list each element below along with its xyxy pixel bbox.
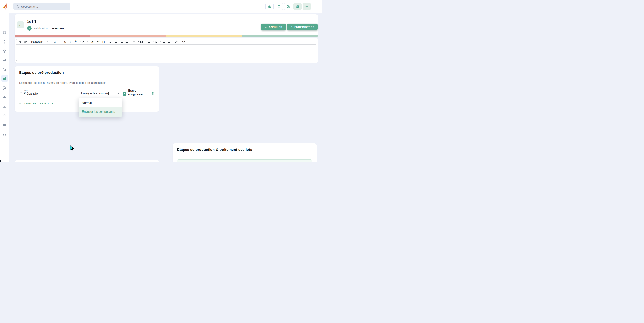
sidebar-item-contacts[interactable]	[2, 40, 7, 44]
integrations-puzzle-icon	[2, 133, 7, 137]
save-button[interactable]: ✓ENREGISTRER	[287, 24, 318, 30]
underline-button[interactable]: U	[63, 40, 68, 44]
code-view-button[interactable]: <>	[182, 40, 186, 44]
align-center-icon[interactable]	[114, 40, 118, 44]
cancel-button[interactable]: ←ANNULER	[261, 24, 286, 30]
strip-segment-salmon	[90, 35, 166, 37]
launch-rocket-icon	[2, 58, 7, 62]
status-color-strip	[14, 35, 318, 37]
subscript-button[interactable]: X2	[96, 40, 100, 44]
mandatory-label: Étape obligatoire	[128, 89, 151, 96]
numbered-list-icon[interactable]	[154, 40, 158, 44]
table-icon[interactable]	[132, 40, 136, 44]
trash-icon[interactable]	[151, 92, 155, 96]
sidebar-item-logistics[interactable]	[2, 86, 7, 90]
text-color-button[interactable]: A	[74, 40, 78, 44]
reports-barchart-icon	[2, 95, 7, 99]
chevron-down-icon[interactable]	[79, 41, 80, 42]
caret-up-icon	[118, 93, 119, 94]
highlight-color-button[interactable]	[81, 40, 86, 44]
create-button[interactable]	[303, 3, 311, 11]
sidebar-item-finance[interactable]	[2, 105, 7, 109]
superscript-button[interactable]: X2	[90, 40, 95, 44]
chevron-down-icon[interactable]	[137, 41, 139, 42]
cloud-upload-icon	[268, 5, 272, 9]
step-type-dropdown-menu: Normal Envoyer les composants	[78, 98, 122, 117]
bottom-corner-artifact	[0, 160, 1, 162]
sidebar-item-products[interactable]	[2, 49, 7, 53]
page-title: ST1	[27, 19, 37, 25]
indent-icon[interactable]	[167, 40, 171, 44]
post-production-card: Étapes de post-production Exécutées une …	[14, 160, 159, 162]
sales-cart-icon	[2, 67, 7, 71]
chevron-down-icon[interactable]	[86, 41, 88, 42]
sidebar-item-hr[interactable]	[2, 114, 7, 118]
clear-formatting-button[interactable]: Tx	[101, 40, 106, 44]
redo-icon[interactable]	[23, 40, 28, 44]
question-bubble-icon: ?	[296, 5, 300, 9]
topbar: ?	[0, 0, 322, 13]
rich-text-editor: Paragraph B I U S A X2 X2 Tx	[16, 39, 316, 61]
svg-text:?: ?	[297, 5, 298, 8]
plus-icon: +	[19, 102, 21, 105]
mouse-cursor	[70, 145, 74, 151]
notifications-button[interactable]	[275, 3, 283, 11]
paragraph-style-select[interactable]: Paragraph	[30, 40, 50, 43]
edit-pencil-icon: ✎	[27, 26, 32, 31]
editor-content-area[interactable]	[16, 45, 316, 61]
strip-segment-teal	[242, 35, 318, 37]
plus-icon	[305, 5, 309, 9]
dropdown-option-normal[interactable]: Normal	[78, 99, 122, 107]
arrow-left-icon: ←	[18, 23, 22, 27]
bullet-list-icon[interactable]	[146, 40, 151, 44]
check-icon: ✓	[290, 26, 292, 29]
sidebar	[0, 13, 9, 162]
section-description: Exécutées une fois au niveau de l'ordre,…	[19, 81, 155, 84]
sidebar-item-fabrication[interactable]	[2, 76, 7, 81]
sync-button[interactable]	[266, 3, 274, 11]
drag-handle-icon[interactable]	[20, 92, 22, 95]
sidebar-item-integrations[interactable]	[2, 133, 7, 137]
sidebar-item-dashboard[interactable]	[2, 30, 7, 35]
align-right-icon[interactable]	[119, 40, 124, 44]
breadcrumb-section[interactable]: Fabrication	[34, 27, 48, 30]
global-search	[13, 3, 70, 10]
undo-icon[interactable]	[18, 40, 22, 44]
fabrication-factory-icon	[2, 76, 7, 81]
back-button[interactable]: ←	[17, 21, 24, 29]
add-step-button[interactable]: +AJOUTER UNE ÉTAPE	[19, 102, 54, 105]
search-input[interactable]	[21, 5, 68, 8]
production-card: Étapes de production & traitement des lo…	[172, 143, 317, 162]
dropdown-option-envoyer[interactable]: Envoyer les composants	[78, 107, 122, 117]
strikethrough-button[interactable]: S	[68, 40, 73, 44]
align-left-icon[interactable]	[108, 40, 113, 44]
chevron-down-icon[interactable]	[152, 41, 154, 42]
sidebar-item-launch[interactable]	[2, 58, 7, 62]
sidebar-item-settings[interactable]	[2, 123, 7, 127]
contacts-person-icon	[2, 40, 7, 44]
italic-button[interactable]: I	[58, 40, 62, 44]
text-caret	[108, 92, 109, 95]
sidebar-item-sales[interactable]	[2, 67, 7, 71]
step-row: Nom Préparation Envoyer les compos Étape…	[19, 89, 155, 96]
products-box-icon	[2, 49, 7, 53]
align-justify-icon[interactable]	[124, 40, 129, 44]
editor-toolbar: Paragraph B I U S A X2 X2 Tx	[16, 39, 316, 45]
link-icon[interactable]	[174, 40, 179, 44]
help-button[interactable]: ?	[293, 3, 302, 11]
step-name-field[interactable]: Nom Préparation	[24, 92, 78, 96]
bold-button[interactable]: B	[52, 40, 57, 44]
app-logo-icon[interactable]	[2, 3, 9, 10]
account-button[interactable]	[284, 3, 292, 11]
mandatory-checkbox[interactable]	[123, 92, 126, 96]
insert-image-icon[interactable]	[139, 40, 144, 44]
logistics-dolly-icon	[2, 86, 7, 90]
chevron-down-icon[interactable]	[159, 41, 161, 42]
breadcrumb-page: Gammes	[52, 27, 64, 30]
finance-money-icon	[2, 105, 7, 109]
page-header-card: ← ST1 ✎ Fabrication › Gammes ←ANNULER ✓E…	[14, 15, 318, 35]
sidebar-item-reports[interactable]	[2, 95, 7, 99]
locked-production-step: Production Production Étape obligatoire	[177, 159, 312, 162]
outdent-icon[interactable]	[162, 40, 166, 44]
step-type-select-open[interactable]: Envoyer les compos	[81, 92, 119, 96]
